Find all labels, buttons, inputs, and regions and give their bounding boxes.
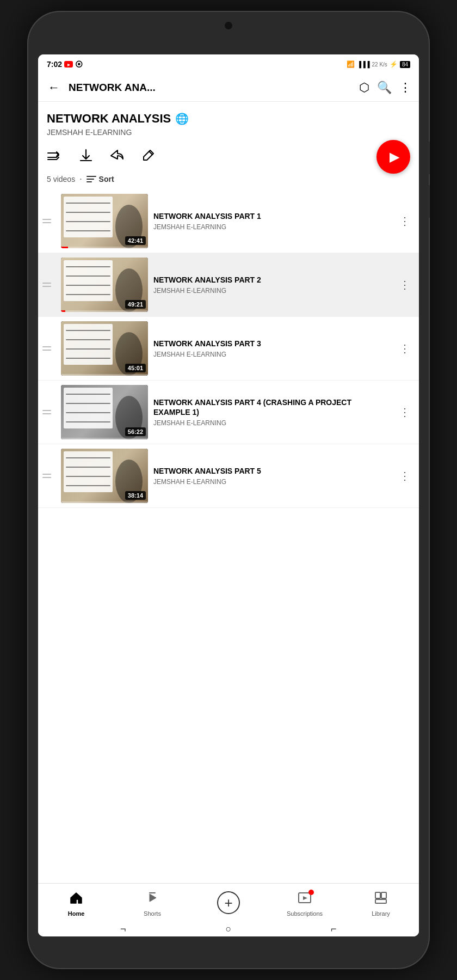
download-button[interactable] [79, 149, 92, 167]
channel-name[interactable]: JEMSHAH E-LEARNING [47, 128, 410, 137]
gesture-bar: ⌐ ○ ⌐ [38, 921, 419, 936]
page-title: NETWORK ANA... [69, 82, 353, 94]
drag-line [42, 477, 51, 478]
duration-badge: 56:22 [125, 427, 146, 436]
nav-item-+[interactable]: + [190, 891, 267, 916]
progress-bar-wrap [61, 310, 148, 312]
more-video-options[interactable]: ⋮ [395, 276, 415, 293]
nav-label-subscriptions: Subscriptions [287, 910, 323, 917]
battery-icon: ⚡ [390, 60, 398, 68]
signal-icon: ▐▐▐ [357, 61, 369, 68]
svg-rect-2 [381, 892, 386, 898]
sort-row: 5 videos · Sort [38, 172, 419, 189]
playlist-title-text: NETWORK ANALYSIS [47, 112, 171, 126]
nav-icon-shorts [145, 891, 159, 909]
whiteboard [64, 451, 113, 492]
thumbnail-wrap[interactable]: 49:21 [61, 258, 148, 312]
sort-button[interactable]: Sort [87, 175, 114, 183]
video-info: NETWORK ANALYSIS PART 3 JEMSHAH E-LEARNI… [153, 339, 390, 358]
video-title: NETWORK ANALYSIS PART 4 (CRASHING A PROJ… [153, 397, 387, 417]
drag-line [42, 286, 51, 287]
share-button[interactable] [110, 149, 124, 166]
playlist-title: NETWORK ANALYSIS 🌐 [47, 112, 410, 126]
thumbnail: 38:14 [61, 449, 148, 503]
drag-line [42, 219, 51, 220]
progress-bar [61, 310, 65, 312]
svg-rect-3 [375, 899, 386, 903]
sort-line-2 [87, 179, 94, 180]
gesture-back[interactable]: ⌐ [120, 923, 126, 935]
nav-item-home[interactable]: Home [38, 891, 114, 917]
nav-item-subscriptions[interactable]: Subscriptions [267, 891, 343, 917]
more-options-icon[interactable]: ⋮ [399, 81, 411, 95]
nav-item-shorts[interactable]: Shorts [114, 891, 190, 917]
video-info: NETWORK ANALYSIS PART 4 (CRASHING A PROJ… [153, 397, 390, 427]
thumbnail-wrap[interactable]: 38:14 [61, 449, 148, 503]
sort-label: Sort [99, 175, 114, 183]
video-info: NETWORK ANALYSIS PART 1 JEMSHAH E-LEARNI… [153, 211, 390, 231]
more-video-options[interactable]: ⋮ [395, 467, 415, 485]
thumbnail-wrap[interactable]: 56:22 [61, 385, 148, 439]
whiteboard [64, 324, 113, 365]
status-bar: 7:02 ⦿ 📶 ▐▐▐ 22 K/s ⚡ 84 [38, 54, 419, 74]
youtube-status-icon [64, 61, 73, 68]
video-item[interactable]: 49:21 NETWORK ANALYSIS PART 2 JEMSHAH E-… [38, 253, 419, 317]
action-buttons [47, 149, 155, 167]
thumbnail: 42:41 [61, 194, 148, 248]
drag-handle[interactable] [38, 283, 55, 287]
video-title: NETWORK ANALYSIS PART 5 [153, 466, 387, 476]
drag-line [42, 410, 51, 411]
video-item[interactable]: 45:01 NETWORK ANALYSIS PART 3 JEMSHAH E-… [38, 317, 419, 381]
progress-bar-wrap [61, 374, 148, 376]
playlist-header: NETWORK ANALYSIS 🌐 JEMSHAH E-LEARNING [38, 102, 419, 141]
duration-badge: 42:41 [125, 236, 146, 245]
sort-lines-icon [87, 176, 96, 182]
drag-line [42, 222, 51, 223]
gesture-recent[interactable]: ⌐ [331, 923, 337, 935]
drag-handle[interactable] [38, 346, 55, 351]
nav-icon-subscriptions [298, 891, 312, 909]
video-info: NETWORK ANALYSIS PART 2 JEMSHAH E-LEARNI… [153, 275, 390, 295]
back-button[interactable]: ← [46, 78, 62, 97]
nav-icon-library [374, 891, 388, 909]
drag-handle[interactable] [38, 219, 55, 223]
progress-bar-wrap [61, 501, 148, 503]
search-icon[interactable]: 🔍 [377, 81, 392, 95]
edit-button[interactable] [141, 149, 155, 166]
top-icon-group: ⬡ 🔍 ⋮ [359, 81, 411, 95]
separator: · [79, 174, 82, 184]
more-video-options[interactable]: ⋮ [395, 403, 415, 421]
action-row [38, 141, 419, 172]
nav-item-library[interactable]: Library [343, 891, 419, 917]
thumbnail-wrap[interactable]: 42:41 [61, 194, 148, 248]
video-count: 5 videos [47, 175, 75, 183]
duration-badge: 45:01 [125, 364, 146, 372]
drag-line [42, 346, 51, 347]
notification-status-icon: ⦿ [75, 60, 83, 69]
more-video-options[interactable]: ⋮ [395, 212, 415, 230]
more-video-options[interactable]: ⋮ [395, 340, 415, 357]
duration-badge: 49:21 [125, 300, 146, 309]
play-all-button[interactable] [376, 140, 410, 174]
cast-icon[interactable]: ⬡ [359, 81, 369, 95]
thumbnail-wrap[interactable]: 45:01 [61, 321, 148, 376]
time-display: 7:02 [47, 60, 62, 69]
duration-badge: 38:14 [125, 491, 146, 500]
thumbnail: 49:21 [61, 258, 148, 312]
video-list: 42:41 NETWORK ANALYSIS PART 1 JEMSHAH E-… [38, 189, 419, 883]
drag-handle[interactable] [38, 474, 55, 478]
video-item[interactable]: 56:22 NETWORK ANALYSIS PART 4 (CRASHING … [38, 381, 419, 444]
gesture-home[interactable]: ○ [226, 923, 232, 935]
add-button[interactable]: + [217, 891, 240, 914]
video-channel: JEMSHAH E-LEARNING [153, 351, 387, 358]
thumbnail: 56:22 [61, 385, 148, 439]
video-title: NETWORK ANALYSIS PART 2 [153, 275, 387, 285]
drag-handle[interactable] [38, 410, 55, 414]
phone-frame: 7:02 ⦿ 📶 ▐▐▐ 22 K/s ⚡ 84 ← NETWORK ANA..… [27, 11, 430, 969]
video-item[interactable]: 38:14 NETWORK ANALYSIS PART 5 JEMSHAH E-… [38, 444, 419, 508]
video-title: NETWORK ANALYSIS PART 1 [153, 211, 387, 221]
status-icons: 📶 ▐▐▐ 22 K/s ⚡ 84 [347, 60, 410, 68]
shuffle-button[interactable] [47, 149, 62, 166]
video-item[interactable]: 42:41 NETWORK ANALYSIS PART 1 JEMSHAH E-… [38, 189, 419, 253]
top-bar: ← NETWORK ANA... ⬡ 🔍 ⋮ [38, 74, 419, 102]
